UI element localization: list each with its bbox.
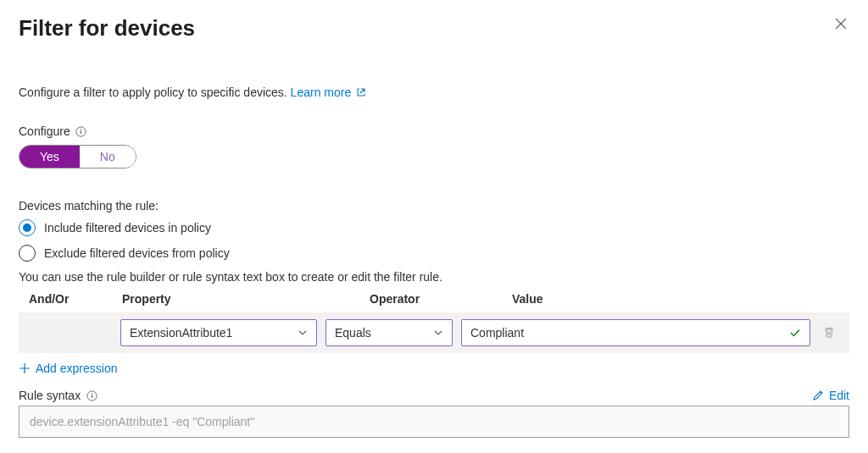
matching-heading: Devices matching the rule:: [19, 199, 849, 213]
rule-syntax-box[interactable]: device.extensionAttribute1 -eq "Complian…: [19, 406, 849, 438]
radio-icon: [19, 219, 36, 236]
delete-expression-button[interactable]: [819, 323, 839, 343]
trash-icon: [822, 326, 836, 340]
property-dropdown[interactable]: ExtensionAttribute1: [120, 319, 317, 346]
plus-icon: [19, 362, 31, 374]
learn-more-label: Learn more: [291, 86, 352, 99]
learn-more-link[interactable]: Learn more: [291, 86, 366, 99]
close-icon: [834, 17, 848, 30]
external-link-icon: [354, 86, 366, 99]
col-property: Property: [122, 292, 370, 306]
chevron-down-icon: [433, 328, 443, 338]
configure-no[interactable]: No: [80, 146, 136, 168]
exclude-label: Exclude filtered devices from policy: [44, 246, 230, 260]
value-text: Compliant: [470, 326, 524, 340]
info-icon[interactable]: [86, 389, 97, 401]
column-headers: And/Or Property Operator Value: [19, 292, 849, 306]
dialog-title: Filter for devices: [19, 15, 195, 41]
include-label: Include filtered devices in policy: [44, 221, 211, 235]
chevron-down-icon: [298, 328, 308, 338]
svg-point-4: [91, 393, 92, 394]
configure-toggle[interactable]: Yes No: [19, 145, 136, 168]
add-expression-label: Add expression: [36, 362, 118, 375]
svg-point-1: [81, 129, 81, 130]
rule-syntax-label: Rule syntax: [19, 389, 81, 402]
checkmark-icon: [789, 327, 801, 339]
configure-yes[interactable]: Yes: [19, 146, 80, 168]
edit-label: Edit: [829, 389, 849, 402]
value-input[interactable]: Compliant: [461, 319, 810, 346]
col-operator: Operator: [370, 292, 512, 306]
close-button[interactable]: [832, 15, 849, 32]
add-expression-button[interactable]: Add expression: [19, 362, 118, 375]
svg-rect-5: [92, 395, 92, 398]
intro-body: Configure a filter to apply policy to sp…: [19, 86, 291, 99]
rule-syntax-text: device.extensionAttribute1 -eq "Complian…: [30, 415, 254, 428]
exclude-radio[interactable]: Exclude filtered devices from policy: [19, 245, 849, 262]
pencil-icon: [812, 389, 824, 401]
col-andor: And/Or: [29, 292, 122, 306]
svg-rect-2: [81, 130, 81, 134]
property-value: ExtensionAttribute1: [130, 326, 232, 340]
operator-dropdown[interactable]: Equals: [326, 319, 453, 346]
operator-value: Equals: [335, 326, 371, 340]
expression-row: ExtensionAttribute1 Equals Compliant: [19, 312, 849, 353]
include-radio[interactable]: Include filtered devices in policy: [19, 219, 849, 236]
radio-icon: [19, 245, 36, 262]
configure-label: Configure: [19, 124, 70, 138]
col-value: Value: [512, 292, 849, 306]
intro-text: Configure a filter to apply policy to sp…: [19, 86, 849, 99]
info-icon[interactable]: [75, 125, 87, 137]
edit-syntax-button[interactable]: Edit: [812, 389, 849, 402]
builder-hint: You can use the rule builder or rule syn…: [19, 270, 849, 284]
